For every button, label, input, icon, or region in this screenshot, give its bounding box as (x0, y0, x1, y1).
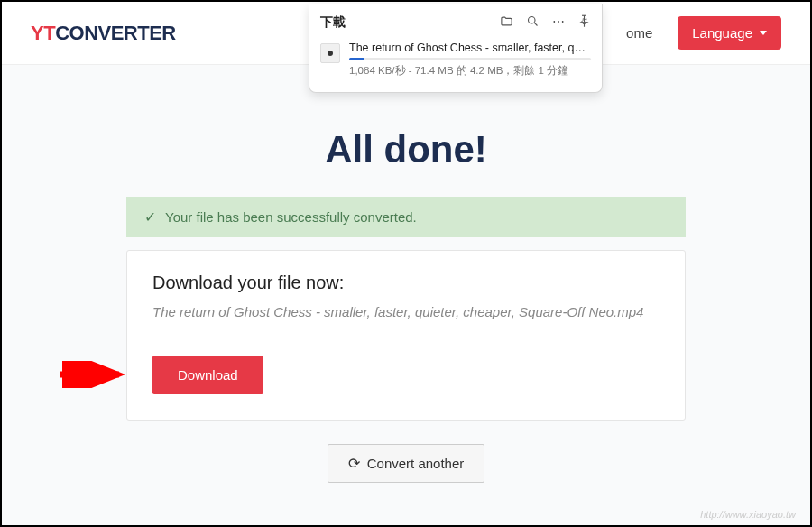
download-popup-header: 下載 ⋯ (320, 11, 591, 38)
download-popup-title: 下載 (320, 14, 346, 31)
convert-another-button[interactable]: ⟳ Convert another (328, 444, 485, 483)
logo-prefix: YT (31, 22, 55, 44)
download-thumbnail (320, 43, 340, 63)
download-status: 1,084 KB/秒 - 71.4 MB 的 4.2 MB，剩餘 1 分鐘 (349, 64, 591, 78)
svg-line-3 (534, 23, 537, 25)
nav-home[interactable]: ome (626, 25, 652, 41)
download-progress-fill (349, 58, 364, 60)
pin-icon[interactable] (577, 14, 591, 31)
download-popup-toolbar: ⋯ (500, 14, 591, 31)
header-right: ome Language (626, 16, 781, 50)
download-progress-bar (349, 58, 591, 60)
download-button[interactable]: Download (152, 356, 263, 394)
filename-text: The return of Ghost Chess - smaller, fas… (152, 304, 660, 319)
check-icon: ✓ (144, 208, 156, 226)
main-content: All done! ✓ Your file has been successfu… (2, 65, 810, 510)
language-button[interactable]: Language (678, 16, 781, 50)
folder-icon[interactable] (500, 14, 513, 31)
logo: YTCONVERTER (31, 22, 176, 45)
download-item[interactable]: The return of Ghost Chess - smaller, fas… (320, 38, 591, 81)
download-heading: Download your file now: (152, 273, 660, 293)
page-title: All done! (325, 128, 487, 171)
success-banner: ✓ Your file has been successfully conver… (126, 197, 686, 237)
convert-another-label: Convert another (367, 456, 465, 471)
more-icon[interactable]: ⋯ (552, 14, 565, 31)
arrow-annotation (56, 361, 137, 388)
svg-point-2 (529, 17, 536, 24)
success-message: Your file has been successfully converte… (165, 209, 417, 225)
logo-suffix: CONVERTER (55, 22, 176, 44)
download-info: The return of Ghost Chess - smaller, fas… (349, 42, 591, 78)
browser-download-popup: 下載 ⋯ The return of Ghost Chess - smaller… (309, 4, 603, 93)
download-filename: The return of Ghost Chess - smaller, fas… (349, 42, 591, 54)
language-label: Language (692, 25, 752, 41)
refresh-icon: ⟳ (348, 455, 360, 472)
search-icon[interactable] (526, 14, 540, 31)
caret-down-icon (760, 31, 767, 35)
watermark: http://www.xiaoyao.tw (700, 509, 796, 520)
download-card: Download your file now: The return of Gh… (126, 250, 686, 421)
